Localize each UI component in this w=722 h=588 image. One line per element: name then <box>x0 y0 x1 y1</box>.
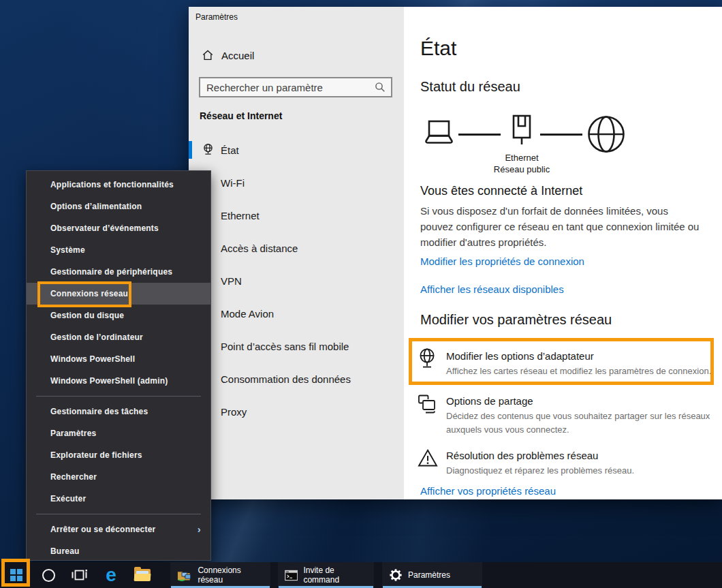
settings-sidebar: Paramètres Accueil Réseau et Internet <box>189 7 404 499</box>
menu-separator <box>36 396 201 397</box>
network-type: Réseau public <box>467 164 576 174</box>
winx-item-power-options[interactable]: Options d’alimentation <box>27 196 210 217</box>
winx-item-run[interactable]: Exécuter <box>27 488 210 510</box>
settings-gear-icon <box>389 568 403 582</box>
change-settings-heading: Modifier vos paramètres réseau <box>420 312 612 328</box>
troubleshoot-warning-icon <box>418 448 438 467</box>
sharing-options-icon <box>417 394 437 414</box>
nav-item-vpn[interactable]: VPN <box>189 264 404 297</box>
nav-item-proxy[interactable]: Proxy <box>189 395 404 428</box>
nav-item-label: État <box>221 144 239 156</box>
option-title: Modifier les options d’adaptateur <box>446 350 719 362</box>
option-adapter-options[interactable]: Modifier les options d’adaptateur Affich… <box>446 350 719 378</box>
winx-item-search[interactable]: Rechercher <box>27 466 210 488</box>
taskbar: e Connexions réseau <box>0 562 722 588</box>
winx-item-apps-features[interactable]: Applications et fonctionnalités <box>27 174 210 196</box>
option-title: Résolution des problèmes réseau <box>446 450 719 461</box>
winx-item-file-explorer[interactable]: Explorateur de fichiers <box>27 444 210 466</box>
connected-heading: Vous êtes connecté à Internet <box>420 184 582 198</box>
cortana-icon <box>42 569 55 582</box>
option-description: Décidez des contenus que vous souhaitez … <box>446 409 719 437</box>
laptop-icon <box>420 120 457 147</box>
cortana-button[interactable] <box>33 562 64 588</box>
winx-item-device-manager[interactable]: Gestionnaire de périphériques <box>27 261 210 283</box>
settings-search-box[interactable] <box>199 77 392 97</box>
task-view-button[interactable] <box>64 562 95 588</box>
option-network-troubleshoot[interactable]: Résolution des problèmes réseau Diagnost… <box>446 450 719 478</box>
nav-item-etat[interactable]: État <box>189 134 404 166</box>
winx-item-network-connections[interactable]: Connexions réseau <box>27 283 210 305</box>
winx-item-event-viewer[interactable]: Observateur d’événements <box>27 217 210 239</box>
link-view-network-properties[interactable]: Afficher vos propriétés réseau <box>420 485 556 497</box>
winx-item-label: Arrêter ou se déconnecter <box>50 525 155 534</box>
nav-item-wifi[interactable]: Wi-Fi <box>189 166 404 199</box>
nav-item-point-acces[interactable]: Point d’accès sans fil mobile <box>189 330 404 362</box>
command-prompt-icon <box>285 570 298 581</box>
selection-accent-bar <box>189 141 192 159</box>
settings-main-panel: État Statut du réseau <box>404 7 722 499</box>
winx-item-system[interactable]: Système <box>27 239 210 261</box>
winx-item-desktop[interactable]: Bureau <box>27 540 210 562</box>
winx-item-computer-management[interactable]: Gestion de l’ordinateur <box>27 326 210 348</box>
nav-item-label: Proxy <box>221 406 247 418</box>
link-change-connection-properties[interactable]: Modifier les propriétés de connexion <box>420 256 584 267</box>
task-view-icon <box>72 569 88 581</box>
winx-item-shutdown[interactable]: Arrêter ou se déconnecter › <box>27 519 210 540</box>
connection-line <box>458 134 501 136</box>
nav-item-label: Point d’accès sans fil mobile <box>221 341 349 352</box>
nav-item-acces-distance[interactable]: Accès à distance <box>189 232 404 264</box>
winx-item-powershell-admin[interactable]: Windows PowerShell (admin) <box>27 370 210 392</box>
network-connections-icon <box>177 568 192 582</box>
connection-name: Ethernet <box>467 153 576 163</box>
nav-item-ethernet[interactable]: Ethernet <box>189 199 404 232</box>
option-title: Options de partage <box>446 395 719 407</box>
winx-item-disk-management[interactable]: Gestion du disque <box>27 305 210 326</box>
winx-item-task-manager[interactable]: Gestionnaire des tâches <box>27 401 210 422</box>
nav-item-label: Accès à distance <box>221 243 298 254</box>
winx-item-powershell[interactable]: Windows PowerShell <box>27 348 210 370</box>
window-title: Paramètres <box>195 12 238 22</box>
taskbar-app-command-prompt[interactable]: Invite de command <box>278 562 374 588</box>
sidebar-item-home[interactable]: Accueil <box>202 46 254 64</box>
nav-item-label: Wi-Fi <box>221 177 245 189</box>
winx-item-settings[interactable]: Paramètres <box>27 422 210 444</box>
search-input[interactable] <box>200 82 375 93</box>
internet-globe-icon <box>586 114 626 154</box>
page-title: État <box>420 37 456 60</box>
nav-item-consommation[interactable]: Consommation des données <box>189 362 404 395</box>
windows-logo-icon <box>10 569 22 581</box>
ethernet-icon <box>510 114 533 149</box>
sidebar-home-label: Accueil <box>221 50 254 61</box>
option-description: Diagnostiquez et réparez les problèmes r… <box>446 464 719 478</box>
chevron-right-icon: › <box>198 519 201 540</box>
link-show-available-networks[interactable]: Afficher les réseaux disponibles <box>420 283 564 295</box>
file-explorer-button[interactable] <box>127 562 158 588</box>
file-explorer-icon <box>134 569 151 581</box>
edge-browser-button[interactable]: e <box>95 562 127 588</box>
connected-description: Si vous disposez d'un forfait de données… <box>420 203 722 250</box>
search-icon <box>375 82 386 93</box>
taskbar-app-settings[interactable]: Paramètres <box>382 562 482 588</box>
taskbar-app-label: Paramètres <box>408 570 450 580</box>
option-sharing-options[interactable]: Options de partage Décidez des contenus … <box>446 395 719 437</box>
winx-menu: Applications et fonctionnalités Options … <box>26 170 211 561</box>
nav-item-label: Mode Avion <box>221 308 274 320</box>
taskbar-app-label: Invite de command <box>303 566 367 585</box>
nav-item-label: Consommation des données <box>221 373 351 385</box>
home-icon <box>202 49 214 61</box>
taskbar-app-label: Connexions réseau <box>198 566 264 585</box>
nav-item-label: VPN <box>221 275 242 287</box>
sidebar-section-label: Réseau et Internet <box>200 110 282 121</box>
edge-icon: e <box>106 566 116 585</box>
connection-line <box>540 134 582 136</box>
start-button[interactable] <box>0 562 33 588</box>
taskbar-app-network-connections[interactable]: Connexions réseau <box>170 562 270 588</box>
network-status-diagram: Ethernet Réseau public <box>420 114 713 183</box>
globe-icon <box>202 143 215 156</box>
desktop: Paramètres Accueil Réseau et Internet <box>0 0 722 588</box>
adapter-options-icon <box>418 347 437 369</box>
network-status-heading: Statut du réseau <box>420 79 520 95</box>
option-description: Affichez les cartes réseau et modifiez l… <box>446 365 719 378</box>
nav-item-mode-avion[interactable]: Mode Avion <box>189 297 404 330</box>
nav-item-label: Ethernet <box>221 210 260 221</box>
